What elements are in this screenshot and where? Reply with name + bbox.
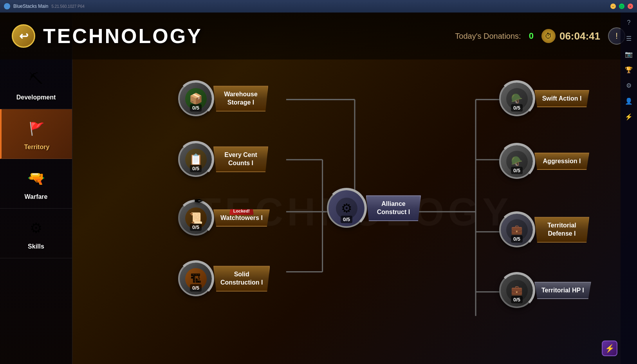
right-sidebar: ? ☰ 📷 🏆 ⚙ 👤 ⚡ <box>621 13 637 364</box>
territorial-defense-gear: 💼 0/5 <box>499 212 534 247</box>
node-solid-construction[interactable]: 🏗 0/5 SolidConstruction I <box>178 261 270 296</box>
cursor-overlay: ✒ <box>194 194 204 208</box>
development-icon: ⛏ <box>24 67 48 91</box>
swift-action-label: Swift Action I <box>534 90 589 108</box>
right-icon-lightning[interactable]: ⚡ <box>622 110 636 124</box>
watchtowers-label: Locked! Watchtowers I <box>213 209 270 227</box>
app-icon <box>4 3 10 9</box>
node-warehouse-storage[interactable]: 📦 0/5 WarehouseStorage I <box>178 81 268 116</box>
corner-button[interactable]: ⚡ <box>602 341 617 356</box>
page-title: TECHNOLOGY <box>43 24 202 48</box>
back-button[interactable]: ↩ <box>12 24 35 48</box>
right-icon-trophy[interactable]: 🏆 <box>622 63 636 77</box>
sidebar: ⛏ Development 🚩 Territory 🔫 Warfare ⚙ Sk… <box>0 13 72 364</box>
solid-construction-gear: 🏗 0/5 <box>178 261 213 296</box>
aggression-gear: 🪖 0/5 <box>499 144 534 179</box>
window-controls: − □ × <box>610 4 633 9</box>
aggression-label: Aggression I <box>534 153 589 170</box>
node-alliance-construct[interactable]: ⚙ 0/5 AllianceConstruct I <box>327 189 421 228</box>
skills-icon: ⚙ <box>24 216 48 240</box>
right-icon-menu[interactable]: ☰ <box>622 31 636 45</box>
minimize-button[interactable]: − <box>610 4 616 9</box>
right-icon-camera[interactable]: 📷 <box>622 47 636 61</box>
every-cent-gear: 📋 0/5 <box>178 142 213 177</box>
header-right: Today's Donations: 0 ⏱ 06:04:41 ! <box>455 27 625 45</box>
alliance-construct-label: AllianceConstruct I <box>366 195 421 221</box>
app-version: 5.21.560.1027 P64 <box>51 4 85 9</box>
donations-value: 0 <box>529 31 534 41</box>
watchtowers-gear: ✒ 📜 0/5 <box>178 200 213 236</box>
solid-construction-progress: 0/5 <box>190 284 202 292</box>
right-icon-settings[interactable]: ⚙ <box>622 78 636 92</box>
right-icon-help[interactable]: ? <box>622 16 636 30</box>
warehouse-progress: 0/5 <box>190 104 202 112</box>
every-cent-progress: 0/5 <box>190 165 202 172</box>
game-area: ↩ TECHNOLOGY Today's Donations: 0 ⏱ 06:0… <box>0 13 637 364</box>
skills-label: Skills <box>28 243 44 250</box>
timer-text: 06:04:41 <box>559 30 600 42</box>
warehouse-gear: 📦 0/5 <box>178 81 213 116</box>
swift-action-gear: 🪖 0/5 <box>499 81 534 116</box>
main-content: TECHNOLOGY <box>72 59 637 364</box>
sidebar-item-skills[interactable]: ⚙ Skills <box>0 209 72 258</box>
right-icon-profile[interactable]: 👤 <box>622 94 636 108</box>
node-territorial-hp[interactable]: 💼 0/5 Territorial HP I <box>499 273 591 308</box>
territory-label: Territory <box>24 144 50 151</box>
header-bar: ↩ TECHNOLOGY Today's Donations: 0 ⏱ 06:0… <box>0 13 637 59</box>
timer-icon: ⏱ <box>541 29 556 43</box>
swift-action-progress: 0/5 <box>511 104 523 112</box>
warfare-icon: 🔫 <box>24 167 48 190</box>
node-watchtowers[interactable]: ✒ 📜 0/5 Locked! Watchtowers I <box>178 200 270 236</box>
every-cent-label: Every CentCounts I <box>213 146 268 172</box>
territorial-hp-gear: 💼 0/5 <box>499 273 534 308</box>
locked-badge: Locked! <box>229 207 254 215</box>
title-bar: BlueStacks Main 5.21.560.1027 P64 − □ × <box>0 0 637 13</box>
sidebar-item-territory[interactable]: 🚩 Territory <box>0 109 72 159</box>
app-name: BlueStacks Main <box>13 4 48 9</box>
node-every-cent[interactable]: 📋 0/5 Every CentCounts I <box>178 142 268 177</box>
territory-icon: 🚩 <box>25 117 49 141</box>
territorial-defense-label: TerritorialDefense I <box>534 217 589 243</box>
warfare-label: Warfare <box>25 193 48 200</box>
territorial-hp-progress: 0/5 <box>511 296 523 303</box>
maximize-button[interactable]: □ <box>619 4 624 9</box>
alliance-construct-gear: ⚙ 0/5 <box>327 189 366 228</box>
node-aggression[interactable]: 🪖 0/5 Aggression I <box>499 144 589 179</box>
close-button[interactable]: × <box>628 4 633 9</box>
territorial-defense-progress: 0/5 <box>511 235 523 243</box>
warehouse-label: WarehouseStorage I <box>213 86 268 112</box>
donations-label: Today's Donations: <box>455 32 521 41</box>
solid-construction-label: SolidConstruction I <box>213 266 270 292</box>
watchtowers-progress: 0/5 <box>190 223 202 231</box>
node-swift-action[interactable]: 🪖 0/5 Swift Action I <box>499 81 589 116</box>
timer-section: ⏱ 06:04:41 <box>541 29 600 43</box>
node-territorial-defense[interactable]: 💼 0/5 TerritorialDefense I <box>499 212 589 247</box>
aggression-progress: 0/5 <box>511 167 523 174</box>
sidebar-item-warfare[interactable]: 🔫 Warfare <box>0 159 72 209</box>
alliance-construct-progress: 0/5 <box>341 216 352 223</box>
sidebar-item-development[interactable]: ⛏ Development <box>0 59 72 109</box>
territorial-hp-label: Territorial HP I <box>534 282 591 299</box>
development-label: Development <box>16 94 56 101</box>
